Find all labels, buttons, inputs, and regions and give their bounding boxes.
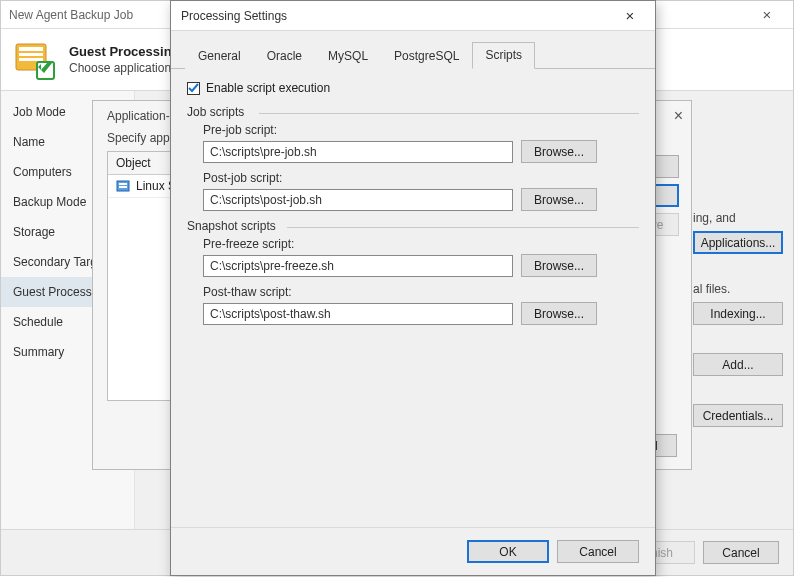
svg-rect-2 (19, 53, 43, 56)
apps-header-label: Application- (107, 109, 170, 123)
applications-button[interactable]: Applications... (693, 231, 783, 254)
postthaw-browse-button[interactable]: Browse... (521, 302, 597, 325)
tab-postgresql[interactable]: PostgreSQL (381, 43, 472, 69)
enable-scripts-checkbox[interactable] (187, 82, 200, 95)
prefreeze-label: Pre-freeze script: (203, 237, 639, 251)
tab-general[interactable]: General (185, 43, 254, 69)
tab-mysql[interactable]: MySQL (315, 43, 381, 69)
snapshot-scripts-group: Snapshot scripts (187, 219, 639, 233)
proc-footer: OK Cancel (171, 527, 655, 575)
right-add-button[interactable]: Add... (693, 353, 783, 376)
right-pane: ing, and Applications... al files. Index… (693, 211, 783, 427)
enable-scripts-label: Enable script execution (206, 81, 330, 95)
right-desc1: ing, and (693, 211, 783, 225)
postthaw-input[interactable]: C:\scripts\post-thaw.sh (203, 303, 513, 325)
wizard-cancel-button[interactable]: Cancel (703, 541, 779, 564)
svg-rect-7 (119, 186, 127, 188)
svg-rect-1 (19, 47, 43, 51)
proc-tabs: General Oracle MySQL PostgreSQL Scripts (171, 31, 655, 69)
processing-settings-dialog: Processing Settings × General Oracle MyS… (170, 0, 656, 576)
wizard-close-icon[interactable]: × (749, 6, 785, 23)
proc-title: Processing Settings (181, 9, 615, 23)
prefreeze-input[interactable]: C:\scripts\pre-freeze.sh (203, 255, 513, 277)
postjob-label: Post-job script: (203, 171, 639, 185)
job-icon (13, 38, 57, 82)
indexing-button[interactable]: Indexing... (693, 302, 783, 325)
wizard-step-subtitle: Choose application (69, 61, 180, 75)
tab-oracle[interactable]: Oracle (254, 43, 315, 69)
prejob-label: Pre-job script: (203, 123, 639, 137)
proc-cancel-button[interactable]: Cancel (557, 540, 639, 563)
tab-scripts[interactable]: Scripts (472, 42, 535, 69)
postjob-browse-button[interactable]: Browse... (521, 188, 597, 211)
proc-titlebar: Processing Settings × (171, 1, 655, 31)
postjob-input[interactable]: C:\scripts\post-job.sh (203, 189, 513, 211)
linux-icon (116, 179, 130, 193)
wizard-step-title: Guest Processing (69, 44, 180, 59)
job-scripts-group: Job scripts (187, 105, 639, 119)
proc-ok-button[interactable]: OK (467, 540, 549, 563)
postthaw-label: Post-thaw script: (203, 285, 639, 299)
svg-rect-6 (119, 183, 127, 185)
proc-close-icon[interactable]: × (615, 7, 645, 24)
prejob-input[interactable]: C:\scripts\pre-job.sh (203, 141, 513, 163)
proc-body: Enable script execution Job scripts Pre-… (171, 69, 655, 345)
prefreeze-browse-button[interactable]: Browse... (521, 254, 597, 277)
right-desc2: al files. (693, 282, 783, 296)
credentials-button[interactable]: Credentials... (693, 404, 783, 427)
svg-rect-3 (19, 58, 43, 61)
prejob-browse-button[interactable]: Browse... (521, 140, 597, 163)
